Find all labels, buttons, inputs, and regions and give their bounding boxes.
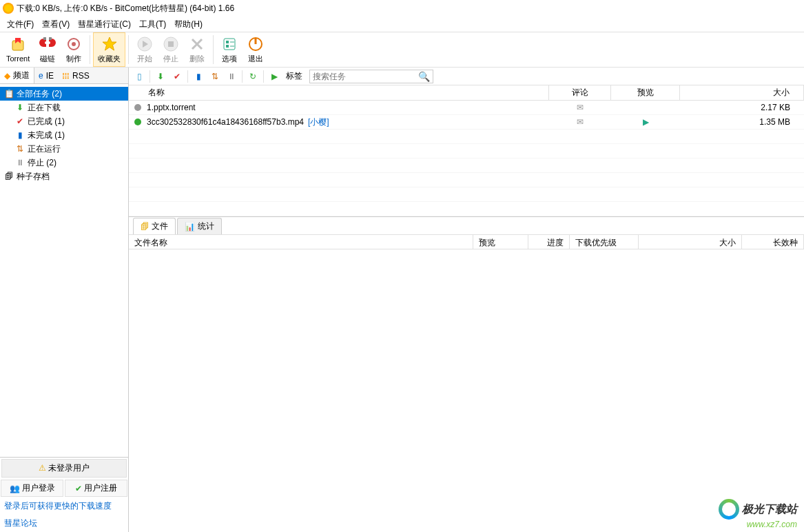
task-row[interactable]: 1.pptx.torrent ✉ 2.17 KB xyxy=(129,101,804,115)
check-circle-icon: ✔ xyxy=(75,484,82,493)
svg-rect-2 xyxy=(49,37,52,40)
start-task-button[interactable]: ⬇ xyxy=(153,69,168,84)
empty-row xyxy=(129,130,804,144)
col-size[interactable]: 大小 xyxy=(680,85,804,100)
dcol-name[interactable]: 文件名称 xyxy=(129,235,473,249)
options-icon xyxy=(221,36,238,52)
empty-row xyxy=(129,173,804,187)
svg-rect-0 xyxy=(12,41,23,50)
sidebar-tab-ie[interactable]: e IE xyxy=(34,68,58,83)
menu-help[interactable]: 帮助(H) xyxy=(170,17,207,32)
task-row[interactable]: 3cc302532830f61c4a18436168ff57b3.mp4 [小樱… xyxy=(129,115,804,130)
svg-rect-9 xyxy=(226,41,229,43)
tags-label: 标签 xyxy=(286,70,302,82)
folder-icon: 📋 xyxy=(4,89,14,99)
user-icon: 👥 xyxy=(10,484,20,493)
rss-icon: 𝍖 xyxy=(62,71,70,81)
sidebar-tabs: ◆ 频道 e IE 𝍖 RSS xyxy=(0,68,128,84)
magnet-button[interactable]: 磁链 xyxy=(34,32,61,67)
warning-icon: ⚠ xyxy=(39,463,46,473)
exit-button[interactable]: 退出 xyxy=(243,32,269,67)
flag-task-button[interactable]: ▮ xyxy=(191,69,206,84)
stop-icon xyxy=(163,36,179,52)
tree-all-tasks[interactable]: 📋 全部任务 (2) xyxy=(0,87,128,101)
search-icon[interactable]: 🔍 xyxy=(418,71,430,82)
torrent-button[interactable]: Torrent xyxy=(1,32,34,67)
dcol-progress[interactable]: 进度 xyxy=(528,235,570,249)
svg-rect-8 xyxy=(224,39,235,50)
options-button[interactable]: 选项 xyxy=(216,32,243,67)
star-icon xyxy=(101,36,118,52)
sidebar-tab-channel[interactable]: ◆ 频道 xyxy=(0,68,34,83)
menu-tools[interactable]: 工具(T) xyxy=(135,17,170,32)
col-comment[interactable]: 评论 xyxy=(549,85,611,100)
tag-icon: ▶ xyxy=(271,72,278,81)
search-input[interactable] xyxy=(313,72,418,81)
stop-button[interactable]: 停止 xyxy=(158,32,184,67)
detail-tab-stats[interactable]: 📊 统计 xyxy=(177,218,222,234)
tags-button[interactable]: ▶ xyxy=(267,69,282,84)
mail-icon: ✉ xyxy=(577,117,584,127)
tree-completed[interactable]: ✔ 已完成 (1) xyxy=(0,114,128,128)
login-button[interactable]: 👥 用户登录 xyxy=(1,480,63,497)
refresh-button[interactable]: ↻ xyxy=(245,69,260,84)
tree-downloading[interactable]: ⬇ 正在下载 xyxy=(0,101,128,114)
empty-row xyxy=(129,202,804,216)
col-name[interactable]: 名称 xyxy=(129,85,549,100)
pause-task-button[interactable]: ⏸ xyxy=(224,69,239,84)
register-button[interactable]: ✔ 用户注册 xyxy=(65,480,127,497)
empty-row xyxy=(129,144,804,158)
pause-icon: ⏸ xyxy=(15,158,25,167)
login-panel: ⚠ 未登录用户 👥 用户登录 ✔ 用户注册 登录后可获得更快的下载速度 彗星论坛 xyxy=(0,457,128,532)
dcol-priority[interactable]: 下载优先级 xyxy=(570,235,639,249)
menu-bar: 文件(F) 查看(V) 彗星通行证(C) 工具(T) 帮助(H) xyxy=(0,17,804,32)
svg-rect-10 xyxy=(226,45,229,48)
detail-tab-files[interactable]: 🗐 文件 xyxy=(133,218,176,234)
flag-icon: ▮ xyxy=(15,130,25,140)
menu-passport[interactable]: 彗星通行证(C) xyxy=(74,17,135,32)
dcol-size[interactable]: 大小 xyxy=(639,235,742,249)
play-icon: ▶ xyxy=(643,117,649,127)
updown-button[interactable]: ⇅ xyxy=(207,69,223,84)
tree-incomplete[interactable]: ▮ 未完成 (1) xyxy=(0,128,128,142)
down-arrow-icon: ⬇ xyxy=(15,103,25,112)
delete-button[interactable]: 删除 xyxy=(184,32,210,67)
forum-link[interactable]: 彗星论坛 xyxy=(0,515,128,532)
task-size: 2.17 KB xyxy=(680,103,804,112)
sidebar-tab-rss[interactable]: 𝍖 RSS xyxy=(58,68,94,83)
channel-icon: ◆ xyxy=(4,71,10,81)
archive-icon: 🗐 xyxy=(4,172,14,181)
menu-file[interactable]: 文件(F) xyxy=(3,17,38,32)
start-button[interactable]: 开始 xyxy=(132,32,158,67)
check-icon: ✔ xyxy=(174,72,181,81)
login-status: ⚠ 未登录用户 xyxy=(1,459,127,478)
flag-icon: ▮ xyxy=(196,72,201,81)
login-note[interactable]: 登录后可获得更快的下载速度 xyxy=(0,498,128,515)
watermark-url: www.xz7.com xyxy=(747,520,797,529)
main-toolbar: Torrent 磁链 制作 收藏夹 开始 xyxy=(0,32,804,68)
tree-running[interactable]: ⇅ 正在运行 xyxy=(0,142,128,156)
task-list-header: 名称 评论 预览 大小 xyxy=(129,85,804,101)
dcol-ext[interactable]: 长效种 xyxy=(742,235,804,249)
task-comment[interactable]: ✉ xyxy=(549,117,611,127)
delete-icon xyxy=(189,36,205,52)
tree-stopped[interactable]: ⏸ 停止 (2) xyxy=(0,156,128,170)
dcol-preview[interactable]: 预览 xyxy=(473,235,528,249)
ie-icon: e xyxy=(39,71,43,81)
col-preview[interactable]: 预览 xyxy=(611,85,680,100)
task-preview[interactable]: ▶ xyxy=(611,117,680,127)
tree-archive[interactable]: 🗐 种子存档 xyxy=(0,170,128,183)
task-tag-link[interactable]: [小樱] xyxy=(308,116,329,128)
detail-body xyxy=(129,249,804,532)
check-task-button[interactable]: ✔ xyxy=(169,69,185,84)
down-icon: ⬇ xyxy=(157,72,164,81)
make-button[interactable]: 制作 xyxy=(61,32,87,67)
menu-view[interactable]: 查看(V) xyxy=(38,17,74,32)
favorites-button[interactable]: 收藏夹 xyxy=(93,32,125,67)
files-icon: 🗐 xyxy=(141,222,149,232)
new-task-button[interactable]: ▯ xyxy=(132,69,147,84)
task-comment[interactable]: ✉ xyxy=(549,103,611,112)
check-icon: ✔ xyxy=(15,116,25,126)
refresh-icon: ↻ xyxy=(249,72,256,81)
page-icon: ▯ xyxy=(137,72,142,81)
